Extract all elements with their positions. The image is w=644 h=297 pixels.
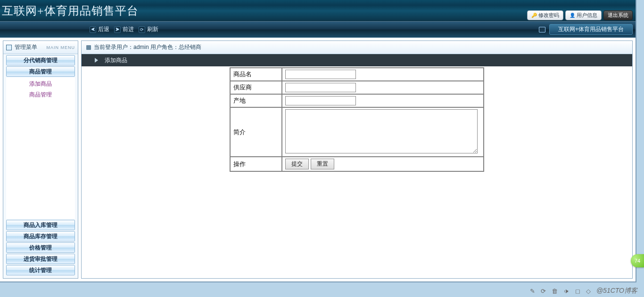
breadcrumb-bar: 添加商品	[82, 54, 632, 66]
user-icon: 👤	[570, 13, 575, 18]
tray-user-icon: ◇	[586, 288, 591, 295]
watermark: @51CTO博客	[596, 287, 637, 295]
nav-forward-button[interactable]: ⮞ 前进	[114, 25, 134, 33]
product-form-table: 商品名 供应商 产地 简介	[230, 67, 484, 172]
tray-pin-icon: ✎	[530, 288, 535, 295]
row-origin: 产地	[230, 94, 484, 107]
submenu-add-product[interactable]: 添加商品	[6, 79, 75, 89]
label-supplier: 供应商	[230, 81, 282, 94]
role-prefix: 用户角色：	[149, 44, 179, 50]
row-action: 操作 提交 重置	[230, 157, 484, 171]
nav-back-button[interactable]: ⮜ 后退	[90, 25, 109, 33]
user-info-label: 用户信息	[577, 12, 597, 19]
refresh-icon: ⟳	[139, 26, 145, 33]
nav-back-label: 后退	[98, 25, 109, 33]
submit-button[interactable]: 提交	[285, 159, 309, 169]
floating-badge[interactable]: 74	[631, 254, 644, 267]
login-info: 当前登录用户：admin 用户角色：总经销商	[94, 43, 201, 51]
form-area: 商品名 供应商 产地 简介	[82, 66, 632, 278]
sidebar-item-purchase-approval[interactable]: 进货审批管理	[6, 254, 75, 264]
main-area: 管理菜单 MAIN MENU 分代销商管理 商品管理 添加商品 商品管理 商品入…	[0, 38, 636, 281]
sidebar: 管理菜单 MAIN MENU 分代销商管理 商品管理 添加商品 商品管理 商品入…	[3, 40, 78, 279]
tray-volume-icon: 🕩	[563, 288, 570, 295]
nav-refresh-button[interactable]: ⟳ 刷新	[139, 25, 158, 33]
sidebar-bottom-group: 商品入库管理 商品库存管理 价格管理 进货审批管理 统计管理	[3, 219, 78, 278]
subnav-right: 互联网+体育用品销售平台	[539, 24, 633, 35]
login-user: admin	[133, 44, 149, 50]
page-footer: ✎ ⟳ 🗑 🕩 ◻ ◇ @51CTO博客	[0, 285, 644, 297]
label-intro: 简介	[230, 107, 282, 157]
input-origin[interactable]	[285, 96, 356, 105]
reset-button[interactable]: 重置	[311, 159, 334, 169]
change-password-button[interactable]: 🔑 修改密码	[527, 10, 563, 20]
content-header: 当前登录用户：admin 用户角色：总经销商	[82, 41, 632, 54]
input-product-name[interactable]	[285, 70, 356, 79]
indicator-icon	[86, 45, 91, 50]
menu-icon	[6, 45, 12, 50]
monitor-icon	[539, 27, 545, 32]
subnav-bar: ⮜ 后退 ⮞ 前进 ⟳ 刷新 互联网+体育用品销售平台	[0, 22, 636, 38]
title-bar: 互联网+体育用品销售平台 🔑 修改密码 👤 用户信息 退出系统	[0, 0, 636, 22]
subnav-app-label[interactable]: 互联网+体育用品销售平台	[549, 24, 633, 35]
row-intro: 简介	[230, 107, 484, 157]
key-icon: 🔑	[531, 13, 537, 18]
tray-refresh-icon: ⟳	[541, 288, 546, 295]
arrow-left-icon: ⮜	[90, 26, 96, 33]
sidebar-item-inbound-mgmt[interactable]: 商品入库管理	[6, 220, 75, 230]
sidebar-spacer	[6, 102, 75, 219]
sidebar-subtitle: MAIN MENU	[47, 45, 75, 50]
nav-refresh-label: 刷新	[147, 25, 158, 33]
row-product-name: 商品名	[230, 68, 484, 81]
login-role: 总经销商	[179, 44, 201, 50]
breadcrumb-label: 添加商品	[105, 56, 127, 64]
change-password-label: 修改密码	[538, 12, 559, 19]
app-title: 互联网+体育用品销售平台	[0, 3, 139, 18]
arrow-right-icon: ⮞	[114, 26, 121, 33]
content-panel: 当前登录用户：admin 用户角色：总经销商 添加商品 商品名 供应商	[81, 40, 633, 279]
login-prefix: 当前登录用户：	[94, 44, 133, 50]
sidebar-menu: 分代销商管理 商品管理 添加商品 商品管理 商品入库管理 商品库存管理 价格管理…	[3, 54, 78, 278]
label-origin: 产地	[230, 94, 282, 107]
sidebar-title: 管理菜单	[15, 43, 37, 51]
label-product-name: 商品名	[230, 68, 282, 81]
sidebar-submenu: 添加商品 商品管理	[6, 78, 75, 102]
nav-forward-label: 前进	[123, 25, 134, 33]
tray-bookmark-icon: ◻	[575, 288, 580, 295]
sidebar-item-inventory-mgmt[interactable]: 商品库存管理	[6, 231, 75, 241]
sidebar-header: 管理菜单 MAIN MENU	[3, 41, 78, 54]
subnav-left: ⮜ 后退 ⮞ 前进 ⟳ 刷新	[3, 25, 158, 33]
sidebar-item-distributor-mgmt[interactable]: 分代销商管理	[6, 55, 75, 65]
textarea-intro[interactable]	[285, 109, 478, 153]
sidebar-item-statistics[interactable]: 统计管理	[6, 265, 75, 275]
logout-button[interactable]: 退出系统	[603, 10, 633, 20]
sidebar-item-product-mgmt[interactable]: 商品管理	[6, 66, 75, 77]
row-supplier: 供应商	[230, 81, 484, 94]
logout-label: 退出系统	[608, 12, 628, 19]
sidebar-top-group: 分代销商管理 商品管理 添加商品 商品管理	[3, 54, 78, 102]
input-supplier[interactable]	[285, 83, 356, 92]
label-action: 操作	[230, 157, 282, 171]
sidebar-item-price-mgmt[interactable]: 价格管理	[6, 242, 75, 253]
app-window: 互联网+体育用品销售平台 🔑 修改密码 👤 用户信息 退出系统 ⮜ 后退 ⮞	[0, 0, 636, 282]
title-actions: 🔑 修改密码 👤 用户信息 退出系统	[527, 0, 636, 21]
play-icon	[95, 58, 98, 63]
tray-trash-icon: 🗑	[552, 288, 558, 295]
user-info-button[interactable]: 👤 用户信息	[565, 10, 602, 20]
submenu-product-mgmt[interactable]: 商品管理	[6, 89, 75, 100]
